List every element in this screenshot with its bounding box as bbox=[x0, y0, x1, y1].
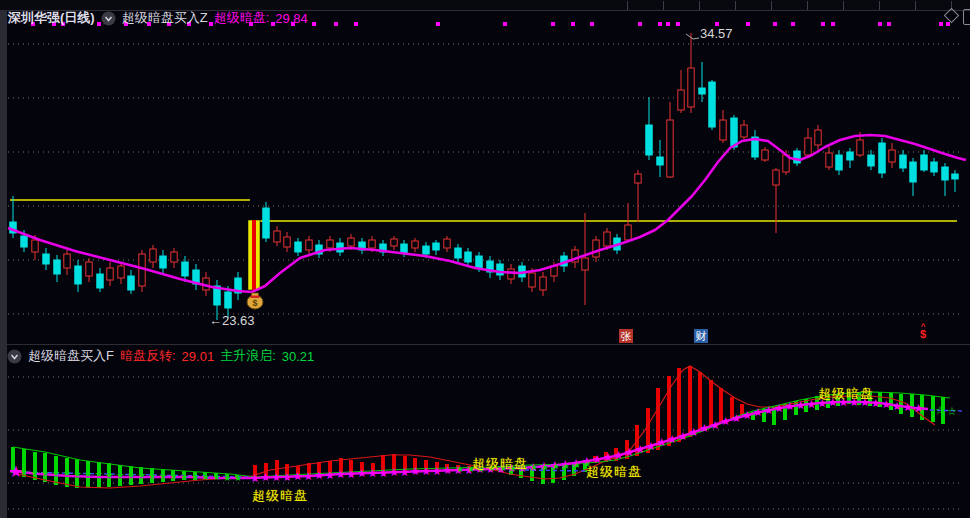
signal-text-label: 超级暗盘 bbox=[586, 463, 642, 481]
svg-text:★: ★ bbox=[667, 433, 677, 445]
svg-text:★: ★ bbox=[903, 401, 913, 413]
svg-text:★: ★ bbox=[710, 419, 720, 431]
svg-text:★: ★ bbox=[742, 409, 752, 421]
metric-label: 主升浪启: bbox=[220, 347, 276, 365]
svg-text:★: ★ bbox=[552, 462, 559, 471]
svg-text:★: ★ bbox=[753, 406, 763, 418]
bottom-indicator-name[interactable]: 超级暗盘买入F bbox=[28, 347, 114, 365]
svg-text:★: ★ bbox=[148, 471, 156, 481]
chevron-down-icon[interactable] bbox=[101, 11, 116, 26]
gridlines bbox=[8, 44, 962, 509]
event-badge: 财 bbox=[694, 329, 708, 343]
svg-text:★: ★ bbox=[530, 463, 537, 472]
svg-text:★: ★ bbox=[41, 468, 49, 478]
svg-text:★: ★ bbox=[389, 466, 399, 478]
symbol-title: 深圳华强(日线) bbox=[8, 9, 95, 27]
svg-text:★: ★ bbox=[635, 443, 645, 455]
buy-signal-column bbox=[248, 220, 260, 290]
top-indicator-name[interactable]: 超级暗盘买入Z bbox=[122, 9, 208, 27]
trading-app-window: $★★★★★★★★★★★★★★★★★★★★★★★★★★★★★★★★★★★★★★★… bbox=[0, 0, 970, 518]
svg-text:★: ★ bbox=[796, 399, 806, 411]
svg-text:★: ★ bbox=[9, 463, 23, 480]
svg-text:★: ★ bbox=[234, 473, 242, 483]
big-magenta-star: ★ bbox=[9, 463, 23, 480]
svg-text:★: ★ bbox=[678, 430, 688, 442]
signal-text-label: 超级暗盘 bbox=[818, 385, 874, 403]
svg-text:★: ★ bbox=[159, 471, 167, 481]
svg-text:★: ★ bbox=[881, 398, 891, 410]
candlestick-series bbox=[10, 33, 958, 320]
low-price-label: ←23.63 bbox=[209, 313, 255, 328]
svg-text:★: ★ bbox=[892, 400, 902, 412]
svg-text:★: ★ bbox=[614, 449, 624, 461]
svg-text:★: ★ bbox=[411, 465, 421, 477]
top-indicator-value-label: 超级暗盘: bbox=[214, 9, 270, 27]
svg-text:★: ★ bbox=[625, 446, 635, 458]
svg-text:★: ★ bbox=[213, 472, 221, 482]
svg-text:★: ★ bbox=[732, 412, 742, 424]
svg-text:★: ★ bbox=[913, 402, 923, 414]
metric-label: 暗盘反转: bbox=[120, 347, 176, 365]
svg-text:★: ★ bbox=[806, 398, 816, 410]
svg-text:★: ★ bbox=[346, 468, 356, 480]
svg-text:★: ★ bbox=[378, 467, 388, 479]
svg-text:★: ★ bbox=[84, 469, 92, 479]
svg-text:★: ★ bbox=[400, 466, 410, 478]
svg-text:★: ★ bbox=[314, 469, 324, 481]
svg-text:★: ★ bbox=[95, 469, 103, 479]
svg-text:☆: ☆ bbox=[935, 404, 945, 416]
high-pointer-line bbox=[686, 34, 699, 39]
svg-text:★: ★ bbox=[774, 402, 784, 414]
svg-text:★: ★ bbox=[456, 465, 463, 474]
svg-text:★: ★ bbox=[432, 465, 442, 477]
svg-text:★: ★ bbox=[63, 468, 71, 478]
svg-text:★: ★ bbox=[541, 463, 548, 472]
svg-text:☆: ☆ bbox=[947, 405, 957, 417]
top-panel-header: 深圳华强(日线) 超级暗盘买入Z 超级暗盘: 29.84 bbox=[8, 9, 308, 27]
svg-text:★: ★ bbox=[282, 471, 292, 483]
svg-text:★: ★ bbox=[250, 472, 260, 484]
panel-divider bbox=[7, 344, 970, 345]
signal-text-label: 超级暗盘 bbox=[252, 487, 308, 505]
svg-text:★: ★ bbox=[657, 436, 667, 448]
svg-text:★: ★ bbox=[325, 469, 335, 481]
panel-toggle-icon[interactable] bbox=[963, 9, 970, 25]
svg-text:$: $ bbox=[252, 298, 257, 308]
svg-text:★: ★ bbox=[443, 464, 453, 476]
svg-text:★: ★ bbox=[785, 400, 795, 412]
svg-text:★: ★ bbox=[31, 468, 39, 478]
svg-text:★: ★ bbox=[106, 470, 114, 480]
svg-text:★: ★ bbox=[764, 404, 774, 416]
metric-value: 30.21 bbox=[282, 349, 315, 364]
svg-text:★: ★ bbox=[170, 471, 178, 481]
svg-text:★: ★ bbox=[202, 472, 210, 482]
svg-text:★: ★ bbox=[357, 467, 367, 479]
yellow-reference-lines bbox=[10, 200, 957, 221]
money-bag-icon: $ bbox=[247, 293, 263, 309]
svg-text:★: ★ bbox=[271, 471, 281, 483]
svg-text:★: ★ bbox=[138, 470, 146, 480]
svg-text:★: ★ bbox=[603, 451, 613, 463]
svg-text:★: ★ bbox=[73, 469, 81, 479]
svg-text:★: ★ bbox=[646, 440, 656, 452]
svg-text:★: ★ bbox=[562, 462, 569, 471]
svg-text:★: ★ bbox=[116, 470, 124, 480]
svg-text:★: ★ bbox=[689, 426, 699, 438]
svg-text:★: ★ bbox=[421, 465, 431, 477]
bottom-panel-header: 超级暗盘买入F 暗盘反转: 29.01 主升浪启: 30.21 bbox=[7, 347, 314, 365]
svg-text:★: ★ bbox=[721, 415, 731, 427]
svg-text:★: ★ bbox=[304, 470, 314, 482]
svg-text:★: ★ bbox=[52, 468, 60, 478]
signal-text-label: 超级暗盘 bbox=[472, 455, 528, 473]
svg-text:★: ★ bbox=[699, 422, 709, 434]
high-price-label: 34.57 bbox=[700, 26, 733, 41]
metric-value: 29.01 bbox=[182, 349, 215, 364]
svg-text:★: ★ bbox=[223, 473, 231, 483]
chevron-down-icon[interactable] bbox=[7, 349, 22, 364]
svg-text:★: ★ bbox=[573, 461, 580, 470]
svg-text:★: ★ bbox=[261, 471, 271, 483]
chart-canvas[interactable]: $★★★★★★★★★★★★★★★★★★★★★★★★★★★★★★★★★★★★★★★… bbox=[0, 0, 970, 518]
svg-text:★: ★ bbox=[191, 472, 199, 482]
svg-text:★: ★ bbox=[127, 470, 135, 480]
svg-text:★: ★ bbox=[336, 468, 346, 480]
